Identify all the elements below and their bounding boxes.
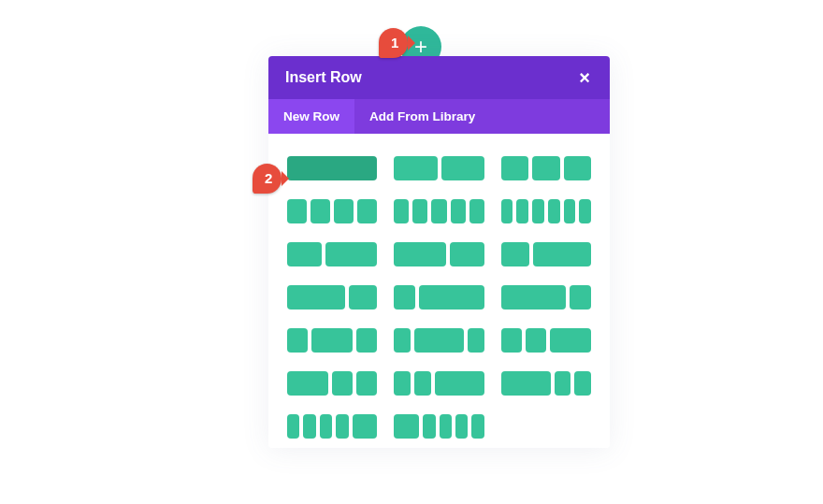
layout-col [501, 156, 528, 180]
layout-col [287, 156, 377, 180]
layout-col [564, 199, 576, 223]
layout-option-1_4_3_4[interactable] [394, 285, 484, 310]
layout-col [349, 285, 378, 310]
layout-col [471, 414, 484, 439]
layout-col [555, 371, 571, 396]
annotation-marker-1: 1 [379, 28, 408, 58]
insert-row-modal: Insert Row × New Row Add From Library [268, 56, 610, 448]
layout-col [394, 242, 445, 266]
layout-col [533, 242, 591, 266]
layout-option-1_5_x5[interactable] [394, 199, 484, 223]
modal-header: Insert Row × [268, 56, 610, 99]
layout-option-3_5_1_5_1_5[interactable] [501, 371, 591, 396]
layout-col [469, 199, 484, 223]
layout-col [287, 414, 299, 439]
layout-col [501, 242, 530, 266]
layout-col [441, 156, 484, 180]
layout-col [468, 328, 484, 353]
layout-col [303, 414, 315, 439]
layout-option-1_3_2_3[interactable] [501, 242, 591, 266]
layout-col [287, 242, 322, 266]
layout-option-1_4_x4[interactable] [287, 199, 377, 223]
modal-body [268, 134, 610, 448]
column-layout-grid [287, 156, 591, 439]
layout-option-1_4_1_4_1_2[interactable] [501, 328, 591, 353]
layout-col [564, 156, 591, 180]
layout-option-3_4_1_4[interactable] [501, 285, 591, 310]
layout-option-1_6_x6[interactable] [501, 199, 591, 223]
modal-close-button[interactable]: × [576, 69, 593, 86]
layout-col [501, 285, 566, 310]
layout-option-1_3_1_3_1_3[interactable] [501, 156, 591, 180]
layout-col [394, 156, 437, 180]
layout-col [516, 199, 528, 223]
layout-option-3_5_2_5[interactable] [394, 242, 484, 266]
layout-col [356, 328, 377, 353]
layout-col [532, 199, 544, 223]
layout-option-1_2_1_4_1_4[interactable] [287, 371, 377, 396]
layout-option-4_6_1_6_1_6[interactable] [394, 414, 484, 439]
layout-col [419, 285, 484, 310]
layout-col [501, 328, 522, 353]
layout-col [356, 371, 377, 396]
layout-option-1_1[interactable] [287, 156, 377, 180]
layout-col [394, 414, 419, 439]
layout-col [532, 156, 559, 180]
layout-option-1_2_1_2[interactable] [394, 156, 484, 180]
layout-col [394, 371, 411, 396]
close-icon: × [579, 68, 590, 87]
layout-col [526, 328, 546, 353]
layout-col [357, 199, 377, 223]
layout-option-1_5_3_5_1_5[interactable] [394, 328, 484, 353]
layout-col [287, 199, 307, 223]
layout-option-1_5_1_5_3_5[interactable] [394, 371, 484, 396]
layout-col [455, 414, 468, 439]
layout-col [394, 285, 415, 310]
layout-col [412, 199, 427, 223]
layout-option-1_4_1_2_1_4[interactable] [287, 328, 377, 353]
layout-col [287, 371, 328, 396]
layout-col [501, 199, 513, 223]
layout-col [501, 371, 551, 396]
layout-col [320, 414, 332, 439]
tab-add-from-library[interactable]: Add From Library [354, 99, 490, 134]
modal-tabs: New Row Add From Library [268, 99, 610, 134]
layout-option-2_5_3_5[interactable] [287, 242, 377, 266]
layout-col [548, 199, 560, 223]
layout-col [574, 371, 591, 396]
layout-col [287, 285, 345, 310]
layout-col [287, 328, 308, 353]
layout-col [332, 371, 353, 396]
tab-new-row[interactable]: New Row [268, 99, 354, 134]
layout-option-1_6_1_6_4_6[interactable] [287, 414, 377, 439]
layout-col [414, 328, 464, 353]
layout-col [353, 414, 378, 439]
layout-col [325, 242, 377, 266]
layout-col [394, 199, 409, 223]
layout-col [550, 328, 591, 353]
layout-col [310, 199, 330, 223]
modal-title: Insert Row [285, 69, 362, 86]
layout-col [394, 328, 411, 353]
layout-col [450, 242, 484, 266]
layout-col [423, 414, 435, 439]
annotation-marker-2: 2 [253, 164, 282, 194]
layout-col [440, 414, 452, 439]
layout-col [435, 371, 484, 396]
layout-col [451, 199, 466, 223]
layout-option-2_3_1_3[interactable] [287, 285, 377, 310]
layout-col [311, 328, 353, 353]
layout-col [336, 414, 348, 439]
layout-col [570, 285, 591, 310]
layout-col [334, 199, 354, 223]
layout-col [414, 371, 431, 396]
layout-col [431, 199, 446, 223]
layout-col [579, 199, 591, 223]
